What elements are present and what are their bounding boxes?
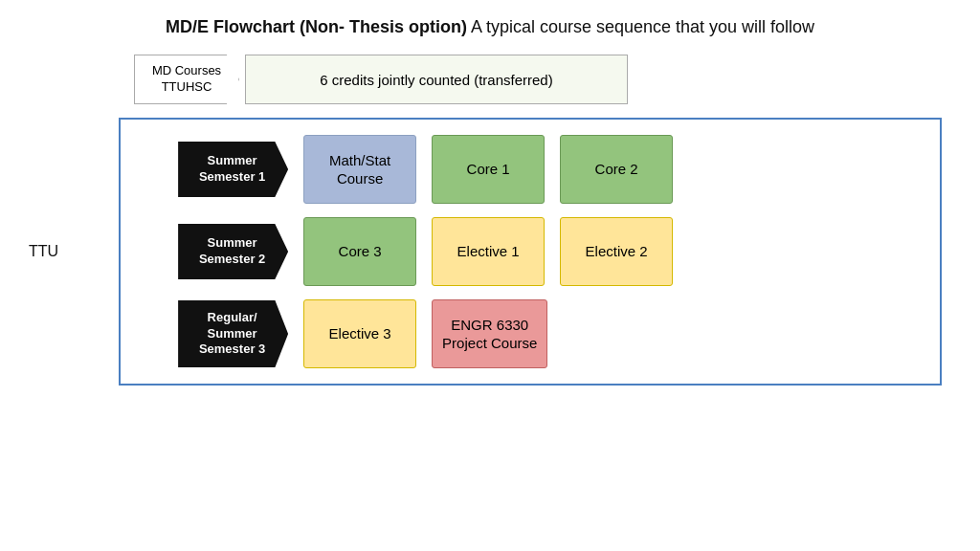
- math-stat-course: Math/StatCourse: [303, 135, 416, 204]
- elective-1: Elective 1: [432, 217, 545, 286]
- core-1: Core 1: [432, 135, 545, 204]
- engr-6330: ENGR 6330Project Course: [432, 299, 547, 368]
- md-courses-label: MD CoursesTTUHSC: [134, 55, 239, 104]
- semester-2-arrow: SummerSemester 2: [178, 224, 288, 279]
- semester-3-arrow: Regular/SummerSemester 3: [178, 300, 288, 368]
- semester-1-courses: Math/StatCourse Core 1 Core 2: [303, 135, 673, 204]
- semester-1-arrow: SummerSemester 1: [178, 142, 288, 197]
- semester-row-3: Regular/SummerSemester 3 Elective 3 ENGR…: [178, 299, 917, 368]
- core-3: Core 3: [303, 217, 416, 286]
- elective-2: Elective 2: [560, 217, 673, 286]
- transfer-text: 6 credits jointly counted (transferred): [320, 72, 552, 88]
- page: MD/E Flowchart (Non- Thesis option) A ty…: [0, 0, 980, 551]
- core-2: Core 2: [560, 135, 673, 204]
- page-title: MD/E Flowchart (Non- Thesis option) A ty…: [29, 17, 951, 37]
- semester-3-label: Regular/SummerSemester 3: [199, 310, 265, 359]
- semester-2-courses: Core 3 Elective 1 Elective 2: [303, 217, 673, 286]
- main-container: SummerSemester 1 Math/StatCourse Core 1 …: [119, 118, 942, 386]
- md-courses-text: MD CoursesTTUHSC: [152, 63, 221, 96]
- title-normal: A typical course sequence that you will …: [467, 17, 814, 36]
- transfer-box: 6 credits jointly counted (transferred): [245, 55, 628, 104]
- semester-row-1: SummerSemester 1 Math/StatCourse Core 1 …: [178, 135, 917, 204]
- elective-3: Elective 3: [303, 299, 416, 368]
- title-bold: MD/E Flowchart (Non- Thesis option): [166, 17, 467, 36]
- semester-row-2: SummerSemester 2 Core 3 Elective 1 Elect…: [178, 217, 917, 286]
- ttu-label: TTU: [29, 243, 58, 260]
- semester-1-label: SummerSemester 1: [199, 153, 265, 186]
- top-row: MD CoursesTTUHSC 6 credits jointly count…: [134, 55, 951, 104]
- semester-2-label: SummerSemester 2: [199, 235, 265, 268]
- semester-3-courses: Elective 3 ENGR 6330Project Course: [303, 299, 547, 368]
